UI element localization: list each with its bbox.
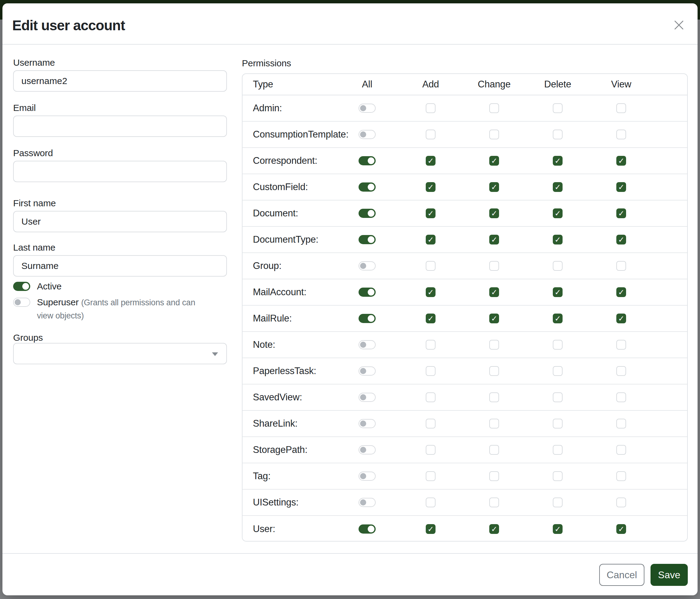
permission-change-checkbox[interactable] (489, 129, 499, 139)
permission-view-checkbox[interactable] (616, 340, 626, 350)
permission-add-checkbox[interactable]: ✓ (426, 182, 435, 192)
permission-delete-checkbox[interactable]: ✓ (553, 209, 562, 218)
permission-add-checkbox[interactable] (426, 392, 435, 402)
permission-add-checkbox[interactable]: ✓ (426, 524, 435, 534)
groups-select[interactable] (13, 343, 227, 364)
permission-view-checkbox[interactable] (616, 471, 626, 481)
permission-all-toggle[interactable] (358, 183, 376, 192)
permission-all-toggle[interactable] (358, 156, 376, 165)
permission-change-checkbox[interactable]: ✓ (489, 182, 499, 192)
permission-view-checkbox[interactable]: ✓ (616, 209, 626, 218)
permission-delete-checkbox[interactable]: ✓ (553, 182, 562, 192)
chevron-down-icon (212, 352, 218, 356)
permission-add-checkbox[interactable] (426, 471, 435, 481)
permission-view-checkbox[interactable] (616, 103, 626, 113)
permission-all-toggle[interactable] (358, 419, 376, 428)
permission-delete-checkbox[interactable] (553, 445, 562, 455)
permission-change-checkbox[interactable]: ✓ (489, 209, 499, 218)
permission-delete-checkbox[interactable] (553, 366, 562, 376)
permission-all-toggle[interactable] (358, 314, 376, 323)
superuser-text: Superuser (Grants all permissions and ca… (37, 296, 202, 322)
permission-add-checkbox[interactable] (426, 445, 435, 455)
permission-view-checkbox[interactable]: ✓ (616, 235, 626, 244)
permission-add-checkbox[interactable]: ✓ (426, 209, 435, 218)
permission-all-toggle[interactable] (358, 103, 376, 113)
permission-delete-checkbox[interactable] (553, 103, 562, 113)
permission-add-checkbox[interactable] (426, 498, 435, 507)
permission-all-toggle[interactable] (358, 235, 376, 244)
permission-view-checkbox[interactable]: ✓ (616, 314, 626, 324)
permission-view-checkbox[interactable]: ✓ (616, 182, 626, 192)
permission-delete-checkbox[interactable]: ✓ (553, 287, 562, 297)
superuser-toggle[interactable] (13, 298, 30, 307)
permission-change-checkbox[interactable]: ✓ (489, 156, 499, 166)
permission-change-checkbox[interactable] (489, 498, 499, 507)
permission-add-checkbox[interactable] (426, 419, 435, 429)
permission-add-checkbox[interactable] (426, 261, 435, 271)
permission-all-toggle[interactable] (358, 130, 376, 139)
permission-add-checkbox[interactable]: ✓ (426, 314, 435, 324)
permission-change-checkbox[interactable] (489, 392, 499, 402)
permission-all-toggle[interactable] (358, 209, 376, 218)
permission-view-checkbox[interactable] (616, 445, 626, 455)
save-button[interactable]: Save (651, 564, 688, 586)
permission-view-checkbox[interactable]: ✓ (616, 524, 626, 534)
permission-delete-checkbox[interactable]: ✓ (553, 524, 562, 534)
permission-change-checkbox[interactable]: ✓ (489, 287, 499, 297)
permission-delete-checkbox[interactable] (553, 340, 562, 350)
permission-view-checkbox[interactable] (616, 261, 626, 271)
permission-view-checkbox[interactable] (616, 498, 626, 507)
permission-add-checkbox[interactable] (426, 366, 435, 376)
permission-delete-checkbox[interactable] (553, 392, 562, 402)
permission-all-toggle[interactable] (358, 366, 376, 376)
last-name-input[interactable] (13, 255, 227, 277)
permission-all-toggle[interactable] (358, 524, 376, 534)
permission-view-checkbox[interactable]: ✓ (616, 287, 626, 297)
permission-all-toggle[interactable] (358, 445, 376, 454)
permission-add-checkbox[interactable] (426, 129, 435, 139)
permission-type-label: Document: (243, 208, 335, 219)
permission-all-toggle[interactable] (358, 472, 376, 481)
permission-all-toggle[interactable] (358, 288, 376, 297)
permission-all-toggle[interactable] (358, 393, 376, 402)
permission-change-checkbox[interactable] (489, 445, 499, 455)
permission-add-checkbox[interactable] (426, 340, 435, 350)
permission-all-toggle[interactable] (358, 340, 376, 349)
permission-change-checkbox[interactable]: ✓ (489, 235, 499, 244)
permission-change-checkbox[interactable] (489, 261, 499, 271)
permission-delete-checkbox[interactable] (553, 471, 562, 481)
perm-header-view: View (590, 79, 653, 90)
permission-change-checkbox[interactable] (489, 471, 499, 481)
permission-delete-checkbox[interactable] (553, 129, 562, 139)
permission-delete-checkbox[interactable]: ✓ (553, 314, 562, 324)
permission-add-checkbox[interactable]: ✓ (426, 235, 435, 244)
permission-change-checkbox[interactable] (489, 103, 499, 113)
permission-all-toggle[interactable] (358, 261, 376, 270)
permission-view-checkbox[interactable] (616, 392, 626, 402)
permission-change-checkbox[interactable] (489, 340, 499, 350)
password-input[interactable] (13, 161, 227, 182)
close-button[interactable] (672, 18, 686, 32)
permission-view-checkbox[interactable]: ✓ (616, 156, 626, 166)
permission-delete-checkbox[interactable]: ✓ (553, 235, 562, 244)
permission-change-checkbox[interactable] (489, 366, 499, 376)
permission-change-checkbox[interactable]: ✓ (489, 314, 499, 324)
permission-view-checkbox[interactable] (616, 366, 626, 376)
permission-delete-checkbox[interactable]: ✓ (553, 156, 562, 166)
permission-all-toggle[interactable] (358, 498, 376, 507)
permission-delete-checkbox[interactable] (553, 419, 562, 429)
permission-view-checkbox[interactable] (616, 129, 626, 139)
permission-delete-checkbox[interactable] (553, 261, 562, 271)
first-name-input[interactable] (13, 211, 227, 232)
permission-delete-checkbox[interactable] (553, 498, 562, 507)
permission-change-checkbox[interactable]: ✓ (489, 524, 499, 534)
permission-view-checkbox[interactable] (616, 419, 626, 429)
active-toggle[interactable] (13, 282, 30, 291)
email-input[interactable] (13, 116, 227, 137)
permission-add-checkbox[interactable]: ✓ (426, 156, 435, 166)
username-input[interactable] (13, 70, 227, 92)
cancel-button[interactable]: Cancel (599, 564, 644, 586)
permission-add-checkbox[interactable]: ✓ (426, 287, 435, 297)
permission-add-checkbox[interactable] (426, 103, 435, 113)
permission-change-checkbox[interactable] (489, 419, 499, 429)
